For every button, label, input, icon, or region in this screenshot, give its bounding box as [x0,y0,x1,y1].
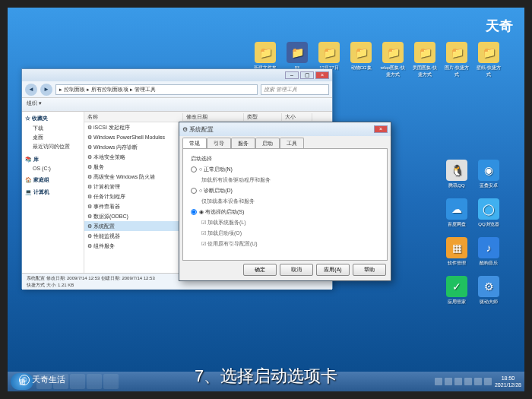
dialog-tab[interactable]: 引导 [207,138,231,148]
opt-load-startup[interactable]: ☑ 加载启动项(O) [189,230,381,237]
desktop-icon[interactable]: ✓应用管家 [444,276,470,306]
dialog-title: ⚙ 系统配置 [182,125,214,134]
dialog-tab[interactable]: 服务 [231,138,255,148]
sidebar-group[interactable]: 💻 计算机 [25,188,81,196]
desktop-icon[interactable]: ☁百度网盘 [444,198,470,228]
desktop-icon[interactable]: ▦软件管理 [444,237,470,267]
apply-button[interactable]: 应用(A) [316,264,350,276]
opt-group-label: 启动选择 [189,155,381,163]
sidebar-group[interactable]: ☆ 收藏夹 [25,115,81,122]
dialog-titlebar[interactable]: ⚙ 系统配置 × [179,122,391,136]
breadcrumb[interactable]: ▸ 控制面板 ▸ 所有控制面板项 ▸ 管理工具 [55,84,258,95]
dialog-buttons: 确定 取消 应用(A) 帮助 [179,261,391,279]
taskbar-item[interactable] [87,374,102,389]
tray-icon[interactable] [445,378,452,385]
explorer-navbar: ◄ ► ▸ 控制面板 ▸ 所有控制面板项 ▸ 管理工具 搜索 管理工具 [22,81,332,98]
col-name[interactable]: 名称 [84,113,183,121]
opt-load-services[interactable]: ☑ 加载系统服务(L) [189,219,381,226]
cancel-button[interactable]: 取消 [280,264,313,276]
desktop-icon[interactable]: ♪酷狗音乐 [476,237,502,267]
list-header[interactable]: 名称 修改日期 类型 大小 [84,112,332,122]
ok-button[interactable]: 确定 [243,264,277,276]
sidebar-group[interactable]: 🏠 家庭组 [25,176,81,184]
minimize-button[interactable]: – [285,71,299,79]
sidebar-group[interactable]: 📚 库 [25,156,81,163]
tray-icon[interactable] [474,378,482,385]
system-tray[interactable]: 18:50 2021/12/28 [435,375,521,388]
explorer-toolbar[interactable]: 组织 ▾ [22,98,332,112]
sidebar-item[interactable]: 桌面 [25,133,81,142]
desktop-icon[interactable]: 📁动物CG集 [348,42,374,78]
tray-icon[interactable] [484,378,492,385]
desktop-icons-right: 🐧腾讯QQ◉蓝叠安卓☁百度网盘◯QQ浏览器▦软件管理♪酷狗音乐✓应用管家⚙驱动大… [444,160,502,306]
desktop-icon[interactable]: 📁图片-快捷方式 [444,42,470,78]
forward-button[interactable]: ► [40,84,52,96]
taskbar-item[interactable] [103,374,119,389]
system-config-dialog[interactable]: ⚙ 系统配置 × 常规引导服务启动工具 启动选择 ○ 正常启动(N) 加载所有设… [179,122,391,281]
col-type[interactable]: 类型 [244,113,282,121]
opt-normal-desc: 加载所有设备驱动程序和服务 [189,176,381,184]
desktop-icon[interactable]: 📁壁纸-快捷方式 [476,42,502,78]
watermark-top: 天奇 [486,17,513,35]
dialog-tab[interactable]: 启动 [255,138,280,148]
back-button[interactable]: ◄ [25,84,37,96]
watermark-bottom: 天奇生活 [19,374,65,385]
maximize-button[interactable]: ▢ [300,71,314,79]
opt-normal[interactable]: ○ 正常启动(N) [189,166,381,173]
search-input[interactable]: 搜索 管理工具 [261,84,329,95]
desktop-icon[interactable]: 🐧腾讯QQ [444,160,470,189]
opt-diagnostic[interactable]: ○ 诊断启动(D) [189,187,381,195]
desktop-icon[interactable]: 📁wlop图集-快捷方式 [380,42,406,78]
explorer-titlebar[interactable]: – ▢ × [22,69,332,81]
taskbar-item[interactable] [70,374,85,389]
tray-icon[interactable] [454,378,462,385]
dialog-close-button[interactable]: × [374,125,388,133]
opt-diag-desc: 仅加载基本设备和服务 [189,198,381,205]
tutorial-caption: 7、选择启动选项卡 [195,365,337,388]
dialog-tab[interactable]: 常规 [182,138,207,148]
col-date[interactable]: 修改日期 [183,113,244,121]
desktop-icon[interactable]: ⚙驱动大师 [476,276,502,306]
explorer-sidebar[interactable]: ☆ 收藏夹下载桌面最近访问的位置📚 库OS (C:)🏠 家庭组💻 计算机 [22,112,84,273]
sidebar-item[interactable]: OS (C:) [25,165,81,172]
close-button[interactable]: × [315,71,329,79]
dialog-tabs: 常规引导服务启动工具 [179,136,391,148]
desktop-icon[interactable]: ◉蓝叠安卓 [476,160,502,189]
dialog-content: 启动选择 ○ 正常启动(N) 加载所有设备驱动程序和服务 ○ 诊断启动(D) 仅… [182,148,388,261]
dialog-tab[interactable]: 工具 [280,138,304,148]
sidebar-item[interactable]: 下载 [25,124,81,133]
help-button[interactable]: 帮助 [353,264,386,276]
desktop-icon[interactable]: 📁美国图集-快捷方式 [412,42,438,78]
clock[interactable]: 18:50 2021/12/28 [495,375,521,388]
opt-original-boot[interactable]: ☑ 使用原有引导配置(U) [189,240,381,248]
col-size[interactable]: 大小 [282,113,312,121]
tray-icon[interactable] [464,378,472,385]
tray-icon[interactable] [435,378,442,385]
opt-selective[interactable]: ◉ 有选择的启动(S) [189,208,381,216]
desktop-icon[interactable]: ◯QQ浏览器 [476,198,502,228]
sidebar-item[interactable]: 最近访问的位置 [25,142,81,151]
